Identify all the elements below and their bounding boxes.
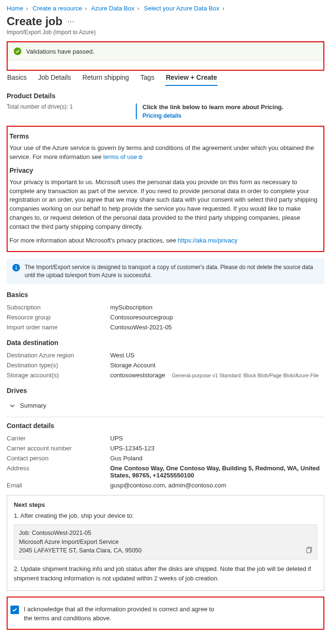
label-dest-region: Destination Azure region	[7, 352, 110, 359]
label-email: Email	[7, 482, 110, 489]
breadcrumb-azure-data-box[interactable]: Azure Data Box	[91, 5, 134, 12]
drives-summary-toggle[interactable]: Summary	[7, 398, 324, 413]
breadcrumb-select-data-box[interactable]: Select your Azure Data Box	[144, 5, 219, 12]
next-step-2: 2. Update shipment tracking info and job…	[14, 564, 317, 583]
next-step-1: 1. After creating the job, ship your dev…	[14, 511, 317, 521]
label-contact-person: Contact person	[7, 455, 110, 462]
label-address: Address	[7, 465, 110, 479]
value-address: One Contoso Way, One Contoso Way, Buildi…	[110, 465, 324, 479]
label-storage-account: Storage account(s)	[7, 372, 110, 379]
value-carrier-account: UPS-12345-123	[110, 445, 324, 452]
contact-details-heading: Contact details	[7, 422, 324, 429]
shipping-address-text: Job: ContosoWest-2021-05 Microsoft Azure…	[19, 529, 312, 555]
value-email: gusp@contoso.com, admin@contoso.com	[110, 482, 324, 489]
label-dest-type: Destination type(s)	[7, 362, 110, 369]
footer-actions: Create <Previous: Tags Next: Review + Cr…	[7, 639, 324, 644]
pricing-lead: Click the link below to learn more about…	[142, 103, 324, 111]
tab-job-details[interactable]: Job Details	[38, 71, 71, 86]
value-import-order-name: ContosoWest-2021-05	[110, 324, 324, 331]
privacy-heading: Privacy	[9, 167, 322, 174]
acknowledge-checkbox[interactable]	[10, 606, 19, 614]
validation-text: Validations have passed.	[26, 48, 95, 55]
copy-icon[interactable]	[306, 547, 313, 556]
product-details-heading: Product Details	[7, 92, 324, 100]
storage-account-hint: General-purpose v1 Standard: Block Blob/…	[172, 373, 319, 378]
label-resource-group: Resource group	[7, 314, 110, 321]
svg-rect-5	[307, 548, 311, 553]
tab-tags[interactable]: Tags	[140, 71, 155, 86]
label-carrier: Carrier	[7, 435, 110, 442]
data-destination-heading: Data destination	[7, 339, 324, 346]
next-steps-heading: Next steps	[14, 501, 317, 508]
breadcrumb: Home› Create a resource› Azure Data Box›…	[7, 5, 324, 12]
tab-review-create[interactable]: Review + Create	[165, 71, 218, 86]
next-steps-panel: Next steps 1. After creating the job, sh…	[7, 495, 324, 591]
svg-rect-3	[16, 267, 17, 270]
value-contact-person: Gus Poland	[110, 455, 324, 462]
info-banner: The Import/Export service is designed to…	[7, 259, 324, 285]
value-resource-group: Contosoresourcegroup	[110, 314, 324, 321]
privacy-body: Your privacy is important to us. Microso…	[9, 178, 322, 232]
terms-heading: Terms	[9, 132, 322, 140]
tabs: Basics Job Details Return shipping Tags …	[7, 71, 324, 86]
privacy-more: For more information about Microsoft's p…	[9, 236, 322, 245]
label-carrier-account: Carrier account number	[7, 445, 110, 452]
page-subtitle: Import/Export Job (Import to Azure)	[7, 29, 324, 36]
acknowledge-label: I acknowledge that all the information p…	[24, 605, 223, 623]
page-title: Create job	[7, 15, 62, 28]
shipping-address-box: Job: ContosoWest-2021-05 Microsoft Azure…	[14, 524, 317, 560]
value-carrier: UPS	[110, 435, 324, 442]
success-icon	[14, 47, 21, 55]
label-import-order-name: Import order name	[7, 324, 110, 331]
value-storage-account: contosoweststorageGeneral-purpose v1 Sta…	[110, 372, 324, 379]
drives-heading: Drives	[7, 387, 324, 394]
label-subscription: Subscription	[7, 304, 110, 311]
privacy-link[interactable]: https://aka.ms/privacy	[178, 237, 237, 244]
value-dest-region: West US	[110, 352, 324, 359]
checkmark-icon	[12, 607, 18, 613]
drive-count-label: Total number of drive(s): 1	[7, 103, 126, 119]
info-icon	[12, 264, 20, 271]
chevron-down-icon	[9, 403, 15, 409]
pricing-details-link[interactable]: Pricing details	[142, 112, 324, 119]
terms-body: Your use of the Azure service is govern …	[9, 144, 322, 162]
tab-basics[interactable]: Basics	[7, 71, 27, 86]
value-dest-type: Storage Account	[110, 362, 324, 369]
more-menu-icon[interactable]: ···	[67, 17, 74, 27]
breadcrumb-create-resource[interactable]: Create a resource	[33, 5, 82, 12]
tab-return-shipping[interactable]: Return shipping	[82, 71, 130, 86]
info-text: The Import/Export service is designed to…	[25, 263, 319, 280]
value-subscription: mySubscription	[110, 304, 324, 311]
drives-summary-label: Summary	[20, 402, 47, 409]
basics-heading: Basics	[7, 291, 324, 299]
external-link-icon: ⧉	[139, 154, 142, 160]
validation-banner: Validations have passed.	[8, 42, 323, 60]
terms-of-use-link[interactable]: terms of use⧉	[103, 153, 142, 160]
breadcrumb-home[interactable]: Home	[7, 5, 23, 12]
svg-point-2	[16, 265, 17, 266]
